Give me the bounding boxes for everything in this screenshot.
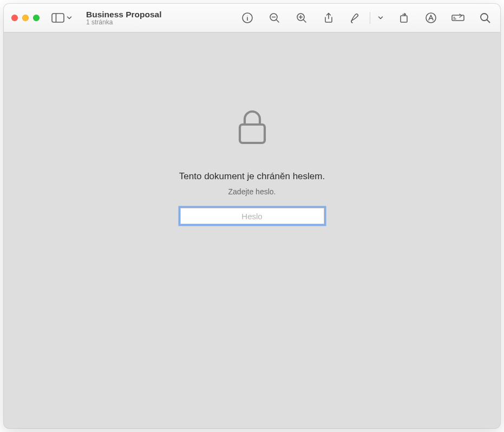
highlight-icon xyxy=(425,12,437,24)
toolbar-separator xyxy=(370,12,370,24)
sidebar-toggle-button[interactable] xyxy=(49,11,74,24)
password-field-wrap xyxy=(180,208,324,224)
svg-rect-15 xyxy=(452,15,464,21)
zoom-out-button[interactable] xyxy=(267,10,282,25)
chevron-down-icon xyxy=(378,15,383,21)
share-icon xyxy=(323,12,335,24)
svg-line-9 xyxy=(304,20,306,23)
content-area: Tento dokument je chráněn heslem. Zadejt… xyxy=(4,32,500,428)
svg-line-6 xyxy=(277,20,279,23)
title-block: Business Proposal 1 stránka xyxy=(86,10,173,27)
chevron-down-icon xyxy=(67,15,72,21)
minimize-window-button[interactable] xyxy=(22,15,29,21)
sidebar-icon xyxy=(51,13,64,23)
protected-subheading: Zadejte heslo. xyxy=(228,187,276,196)
markup-dropdown-button[interactable] xyxy=(377,10,384,25)
svg-rect-0 xyxy=(52,14,64,22)
titlebar: Business Proposal 1 stránka xyxy=(4,4,500,32)
info-button[interactable] xyxy=(240,10,255,25)
info-icon xyxy=(241,12,253,24)
protected-heading: Tento dokument je chráněn heslem. xyxy=(179,171,325,182)
highlight-button[interactable] xyxy=(423,10,438,25)
lock-icon xyxy=(237,108,268,148)
window-title: Business Proposal xyxy=(86,10,173,19)
search-button[interactable] xyxy=(477,10,493,25)
markup-tool-group xyxy=(348,10,384,25)
svg-line-17 xyxy=(487,20,490,23)
svg-point-3 xyxy=(247,15,247,16)
close-window-button[interactable] xyxy=(11,15,18,21)
form-button[interactable] xyxy=(450,10,466,25)
svg-point-13 xyxy=(426,13,436,23)
password-input[interactable] xyxy=(180,208,324,224)
rotate-button[interactable] xyxy=(396,10,411,25)
svg-rect-18 xyxy=(240,125,265,143)
window-subtitle: 1 stránka xyxy=(86,19,173,26)
zoom-out-icon xyxy=(269,12,280,24)
share-button[interactable] xyxy=(321,10,336,25)
fullscreen-window-button[interactable] xyxy=(33,15,40,21)
search-icon xyxy=(479,12,491,24)
traffic-lights xyxy=(11,15,40,21)
markup-button[interactable] xyxy=(348,10,363,25)
toolbar xyxy=(240,10,495,25)
zoom-in-icon xyxy=(296,12,307,24)
zoom-in-button[interactable] xyxy=(294,10,309,25)
rotate-icon xyxy=(398,12,410,24)
markup-icon xyxy=(350,12,362,24)
svg-rect-12 xyxy=(401,16,407,22)
app-window: Business Proposal 1 stránka xyxy=(4,4,500,428)
form-icon xyxy=(451,13,465,23)
